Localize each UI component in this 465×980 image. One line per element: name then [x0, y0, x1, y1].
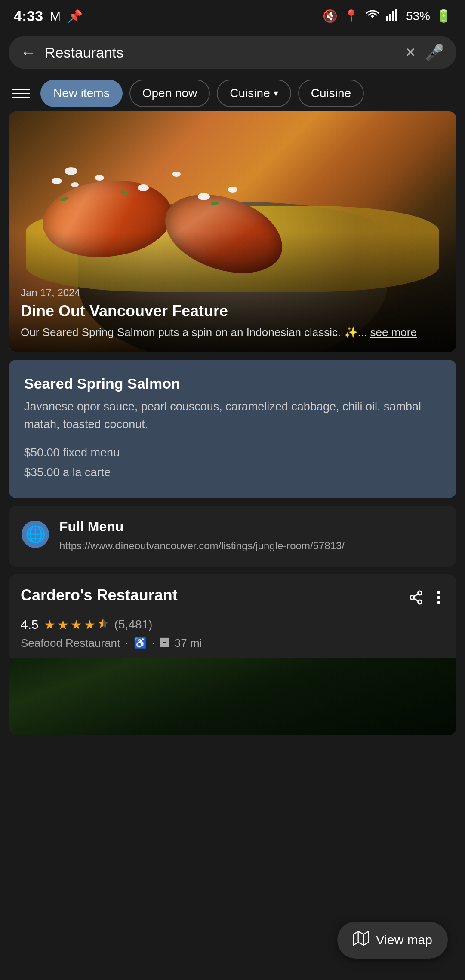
menu-item-prices: $50.00 fixed menu $35.00 a la carte	[24, 443, 441, 483]
accessibility-icon: ♿	[134, 637, 147, 649]
svg-point-10	[437, 596, 440, 599]
restaurant-meta: Seafood Restaurant · ♿ · 🅿 37 mi	[9, 637, 456, 658]
svg-marker-13	[353, 931, 368, 945]
full-menu-title: Full Menu	[59, 519, 345, 535]
battery-icon: 🔋	[436, 9, 451, 23]
restaurant-image-preview	[9, 658, 456, 735]
svg-point-11	[437, 601, 440, 604]
chip-open-now[interactable]: Open now	[129, 80, 210, 107]
svg-line-8	[414, 594, 418, 597]
clear-search-button[interactable]: ✕	[405, 44, 416, 61]
filter-options-button[interactable]	[9, 85, 34, 102]
main-content: Jan 17, 2024 Dine Out Vancouver Feature …	[0, 111, 465, 735]
star-3: ★	[71, 617, 82, 632]
view-map-button[interactable]: View map	[337, 922, 448, 959]
food-card-description: Our Seared Spring Salmon puts a spin on …	[21, 325, 444, 340]
chip-cuisine-2[interactable]: Cuisine	[298, 80, 364, 107]
restaurant-card[interactable]: Cardero's Restaurant 4.5 ★ ★	[9, 574, 456, 735]
svg-rect-0	[386, 16, 388, 21]
full-menu-content: Full Menu https://www.dineoutvancouver.c…	[59, 519, 345, 554]
meta-separator-2: ·	[152, 637, 155, 650]
back-button[interactable]: ←	[21, 43, 36, 61]
price-fixed: $50.00 fixed menu	[24, 443, 441, 463]
distance: 37 mi	[175, 637, 202, 650]
share-button[interactable]	[405, 586, 427, 612]
restaurant-actions	[405, 586, 444, 612]
chip-new-items[interactable]: New items	[40, 80, 123, 107]
search-input[interactable]: Restaurants	[45, 44, 396, 61]
featured-food-card[interactable]: Jan 17, 2024 Dine Out Vancouver Feature …	[9, 111, 456, 352]
star-2: ★	[57, 617, 69, 632]
filter-sliders-icon	[12, 89, 30, 98]
view-map-label: View map	[376, 933, 432, 947]
search-bar-container: ← Restaurants ✕ 🎤	[0, 30, 465, 75]
menu-item-title: Seared Spring Salmon	[24, 375, 441, 392]
svg-rect-2	[392, 11, 394, 21]
status-time: 4:33	[14, 8, 43, 24]
star-1: ★	[44, 617, 55, 632]
rating-count: (5,481)	[114, 618, 153, 631]
wifi-icon	[365, 9, 380, 24]
globe-icon: 🌐	[25, 525, 46, 544]
location-icon: 📍	[344, 9, 359, 23]
price-alacarte: $35.00 a la carte	[24, 463, 441, 483]
star-rating: ★ ★ ★ ★	[44, 617, 109, 632]
menu-item-card: Seared Spring Salmon Javanese opor sauce…	[9, 360, 456, 498]
menu-item-description: Javanese opor sauce, pearl couscous, car…	[24, 398, 441, 433]
status-right: 🔇 📍 53% 🔋	[323, 9, 451, 24]
svg-rect-3	[395, 9, 397, 21]
food-card-text: Jan 17, 2024 Dine Out Vancouver Feature …	[21, 287, 444, 340]
svg-rect-1	[389, 14, 391, 21]
status-left: 4:33 M 📌	[14, 8, 83, 24]
food-card-title: Dine Out Vancouver Feature	[21, 302, 444, 320]
gmail-icon: M	[50, 9, 61, 24]
food-card-date: Jan 17, 2024	[21, 287, 444, 299]
rating-score: 4.5	[21, 617, 39, 632]
globe-icon-wrap: 🌐	[22, 521, 49, 548]
restaurant-name: Cardero's Restaurant	[21, 586, 178, 604]
signal-icon	[386, 9, 400, 24]
mute-icon: 🔇	[323, 9, 338, 23]
status-bar: 4:33 M 📌 🔇 📍 53% 🔋	[0, 0, 465, 30]
svg-point-9	[437, 591, 440, 594]
chevron-down-icon: ▾	[274, 88, 278, 99]
map-icon	[353, 930, 369, 950]
svg-marker-12	[98, 618, 108, 628]
meta-separator-1: ·	[125, 637, 128, 650]
restaurant-rating-row: 4.5 ★ ★ ★ ★	[9, 617, 456, 637]
voice-search-button[interactable]: 🎤	[425, 43, 444, 61]
full-menu-url: https://www.dineoutvancouver.com/listing…	[59, 538, 345, 554]
full-menu-card[interactable]: 🌐 Full Menu https://www.dineoutvancouver…	[9, 506, 456, 567]
chip-cuisine-dropdown[interactable]: Cuisine ▾	[217, 80, 291, 107]
battery-label: 53%	[406, 9, 430, 23]
see-more-link[interactable]: see more	[370, 326, 416, 339]
pin-icon: 📌	[68, 9, 83, 23]
star-4: ★	[84, 617, 95, 632]
svg-line-7	[414, 598, 418, 601]
filter-chips-row: New items Open now Cuisine ▾ Cuisine	[0, 75, 465, 111]
restaurant-card-header: Cardero's Restaurant	[9, 574, 456, 617]
more-options-button[interactable]	[433, 586, 444, 612]
search-bar: ← Restaurants ✕ 🎤	[9, 36, 456, 69]
parking-icon: 🅿	[160, 637, 169, 649]
restaurant-type: Seafood Restaurant	[21, 637, 120, 650]
star-half	[97, 617, 109, 632]
